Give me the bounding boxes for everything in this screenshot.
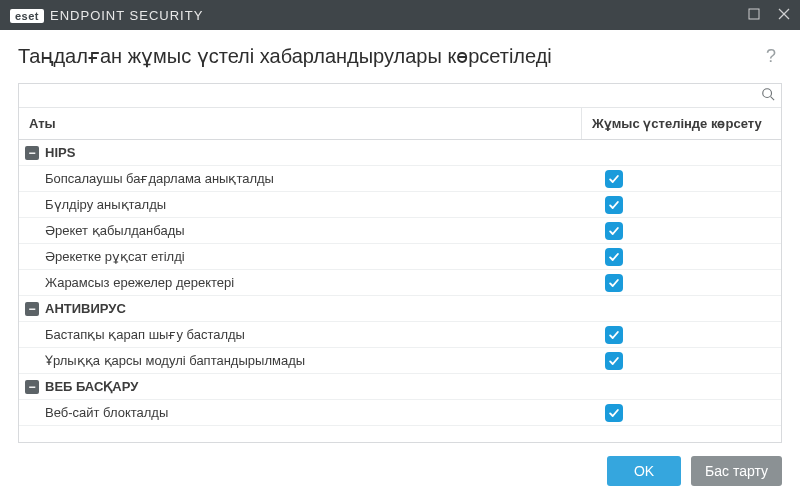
col-name-header[interactable]: Аты [19,108,581,139]
col-show-header[interactable]: Жұмыс үстелінде көрсету [581,108,781,139]
table-row[interactable]: Жарамсыз ережелер деректері [19,270,781,296]
show-checkbox[interactable] [605,404,623,422]
help-icon[interactable]: ? [760,44,782,69]
item-show-cell [581,170,781,188]
table-row[interactable]: Әрекет қабылданбады [19,218,781,244]
item-label: Бопсалаушы бағдарлама анықталды [45,171,274,186]
item-name-cell: Бүлдіру анықталды [19,197,581,212]
item-name-cell: Жарамсыз ережелер деректері [19,275,581,290]
item-name-cell: Ұрлыққа қарсы модулі баптандырылмады [19,353,581,368]
item-show-cell [581,274,781,292]
titlebar: eset ENDPOINT SECURITY [0,0,800,30]
item-label: Веб-сайт блокталды [45,405,168,420]
ok-button[interactable]: OK [607,456,681,486]
collapse-icon[interactable]: − [25,146,39,160]
item-name-cell: Веб-сайт блокталды [19,405,581,420]
show-checkbox[interactable] [605,352,623,370]
window-close-icon[interactable] [778,8,790,22]
show-checkbox[interactable] [605,222,623,240]
item-name-cell: Әрекет қабылданбады [19,223,581,238]
table-body[interactable]: −HIPSБопсалаушы бағдарлама анықталдыБүлд… [19,140,781,442]
show-checkbox[interactable] [605,326,623,344]
group-row[interactable]: −HIPS [19,140,781,166]
page-header: Таңдалған жұмыс үстелі хабарландырулары … [0,30,800,77]
svg-point-3 [763,88,772,97]
item-label: Әрекетке рұқсат етілді [45,249,185,264]
table-row[interactable]: Веб-сайт блокталды [19,400,781,426]
item-show-cell [581,404,781,422]
group-row[interactable]: −АНТИВИРУС [19,296,781,322]
item-label: Бастапқы қарап шығу басталды [45,327,245,342]
svg-rect-0 [749,9,759,19]
item-name-cell: Бопсалаушы бағдарлама анықталды [19,171,581,186]
brand-product: ENDPOINT SECURITY [50,8,203,23]
show-checkbox[interactable] [605,248,623,266]
collapse-icon[interactable]: − [25,380,39,394]
table-row[interactable]: Бүлдіру анықталды [19,192,781,218]
group-name-cell: −АНТИВИРУС [19,301,581,316]
group-label: HIPS [45,145,75,160]
table-row[interactable]: Бопсалаушы бағдарлама анықталды [19,166,781,192]
item-label: Ұрлыққа қарсы модулі баптандырылмады [45,353,305,368]
table-header: Аты Жұмыс үстелінде көрсету [19,108,781,140]
item-name-cell: Бастапқы қарап шығу басталды [19,327,581,342]
show-checkbox[interactable] [605,196,623,214]
dialog-footer: OK Бас тарту [589,444,800,500]
brand-badge: eset [10,9,44,23]
item-label: Бүлдіру анықталды [45,197,166,212]
table-row[interactable]: Ұрлыққа қарсы модулі баптандырылмады [19,348,781,374]
group-label: ВЕБ БАСҚАРУ [45,379,138,394]
table-row[interactable]: Бастапқы қарап шығу басталды [19,322,781,348]
show-checkbox[interactable] [605,170,623,188]
group-row[interactable]: −ВЕБ БАСҚАРУ [19,374,781,400]
brand: eset ENDPOINT SECURITY [10,8,203,23]
item-show-cell [581,222,781,240]
item-show-cell [581,352,781,370]
item-show-cell [581,248,781,266]
window-maximize-icon[interactable] [748,8,760,22]
item-label: Әрекет қабылданбады [45,223,185,238]
collapse-icon[interactable]: − [25,302,39,316]
item-show-cell [581,326,781,344]
search-row [19,84,781,108]
svg-line-4 [771,96,775,100]
cancel-button[interactable]: Бас тарту [691,456,782,486]
item-name-cell: Әрекетке рұқсат етілді [19,249,581,264]
item-show-cell [581,196,781,214]
group-name-cell: −HIPS [19,145,581,160]
group-name-cell: −ВЕБ БАСҚАРУ [19,379,581,394]
show-checkbox[interactable] [605,274,623,292]
group-label: АНТИВИРУС [45,301,126,316]
notifications-panel: Аты Жұмыс үстелінде көрсету −HIPSБопсала… [18,83,782,443]
table-row[interactable]: Әрекетке рұқсат етілді [19,244,781,270]
page-title: Таңдалған жұмыс үстелі хабарландырулары … [18,44,552,68]
item-label: Жарамсыз ережелер деректері [45,275,234,290]
window-controls [748,8,790,22]
search-icon[interactable] [761,87,775,105]
